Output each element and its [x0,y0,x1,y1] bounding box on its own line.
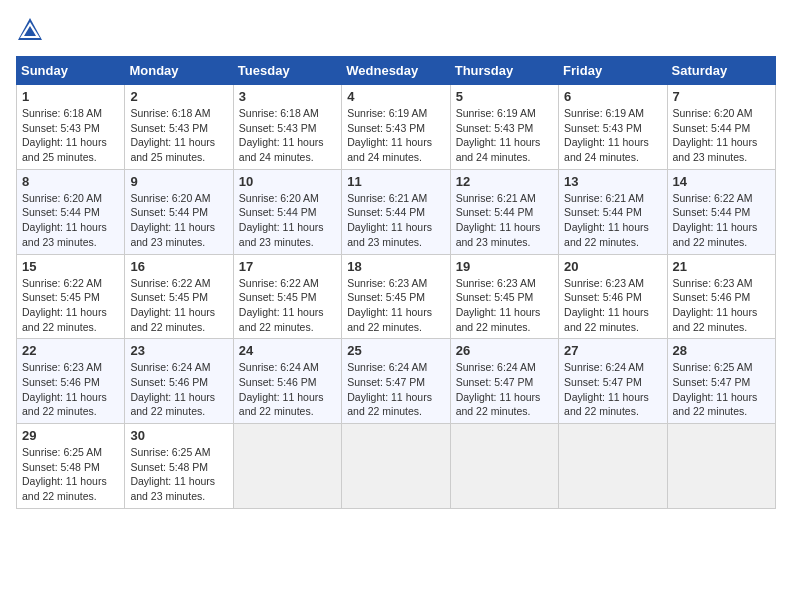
day-info: Sunrise: 6:25 AM Sunset: 5:48 PM Dayligh… [22,445,119,504]
day-info: Sunrise: 6:23 AM Sunset: 5:45 PM Dayligh… [456,276,553,335]
day-info: Sunrise: 6:23 AM Sunset: 5:45 PM Dayligh… [347,276,444,335]
day-info: Sunrise: 6:23 AM Sunset: 5:46 PM Dayligh… [673,276,770,335]
table-row: 22Sunrise: 6:23 AM Sunset: 5:46 PM Dayli… [17,339,125,424]
day-number: 2 [130,89,227,104]
day-number: 20 [564,259,661,274]
table-row [559,424,667,509]
day-number: 19 [456,259,553,274]
day-info: Sunrise: 6:20 AM Sunset: 5:44 PM Dayligh… [239,191,336,250]
day-number: 24 [239,343,336,358]
col-header-friday: Friday [559,57,667,85]
table-row: 20Sunrise: 6:23 AM Sunset: 5:46 PM Dayli… [559,254,667,339]
table-row: 4Sunrise: 6:19 AM Sunset: 5:43 PM Daylig… [342,85,450,170]
table-row: 17Sunrise: 6:22 AM Sunset: 5:45 PM Dayli… [233,254,341,339]
col-header-tuesday: Tuesday [233,57,341,85]
day-info: Sunrise: 6:19 AM Sunset: 5:43 PM Dayligh… [456,106,553,165]
table-row: 28Sunrise: 6:25 AM Sunset: 5:47 PM Dayli… [667,339,775,424]
day-number: 30 [130,428,227,443]
day-info: Sunrise: 6:24 AM Sunset: 5:47 PM Dayligh… [456,360,553,419]
table-row: 3Sunrise: 6:18 AM Sunset: 5:43 PM Daylig… [233,85,341,170]
col-header-sunday: Sunday [17,57,125,85]
day-number: 3 [239,89,336,104]
table-row [450,424,558,509]
table-row [667,424,775,509]
day-number: 13 [564,174,661,189]
day-info: Sunrise: 6:20 AM Sunset: 5:44 PM Dayligh… [130,191,227,250]
table-row: 21Sunrise: 6:23 AM Sunset: 5:46 PM Dayli… [667,254,775,339]
day-info: Sunrise: 6:21 AM Sunset: 5:44 PM Dayligh… [456,191,553,250]
day-number: 25 [347,343,444,358]
day-info: Sunrise: 6:19 AM Sunset: 5:43 PM Dayligh… [564,106,661,165]
col-header-wednesday: Wednesday [342,57,450,85]
day-number: 23 [130,343,227,358]
table-row: 23Sunrise: 6:24 AM Sunset: 5:46 PM Dayli… [125,339,233,424]
day-info: Sunrise: 6:23 AM Sunset: 5:46 PM Dayligh… [22,360,119,419]
day-info: Sunrise: 6:25 AM Sunset: 5:47 PM Dayligh… [673,360,770,419]
day-info: Sunrise: 6:24 AM Sunset: 5:47 PM Dayligh… [347,360,444,419]
table-row: 10Sunrise: 6:20 AM Sunset: 5:44 PM Dayli… [233,169,341,254]
table-row: 16Sunrise: 6:22 AM Sunset: 5:45 PM Dayli… [125,254,233,339]
table-row: 2Sunrise: 6:18 AM Sunset: 5:43 PM Daylig… [125,85,233,170]
day-info: Sunrise: 6:22 AM Sunset: 5:45 PM Dayligh… [239,276,336,335]
day-number: 29 [22,428,119,443]
day-number: 16 [130,259,227,274]
day-info: Sunrise: 6:18 AM Sunset: 5:43 PM Dayligh… [22,106,119,165]
day-number: 7 [673,89,770,104]
day-number: 17 [239,259,336,274]
day-number: 6 [564,89,661,104]
day-info: Sunrise: 6:18 AM Sunset: 5:43 PM Dayligh… [130,106,227,165]
day-info: Sunrise: 6:24 AM Sunset: 5:46 PM Dayligh… [239,360,336,419]
day-info: Sunrise: 6:18 AM Sunset: 5:43 PM Dayligh… [239,106,336,165]
table-row: 7Sunrise: 6:20 AM Sunset: 5:44 PM Daylig… [667,85,775,170]
table-row: 6Sunrise: 6:19 AM Sunset: 5:43 PM Daylig… [559,85,667,170]
col-header-monday: Monday [125,57,233,85]
table-row: 24Sunrise: 6:24 AM Sunset: 5:46 PM Dayli… [233,339,341,424]
table-row: 15Sunrise: 6:22 AM Sunset: 5:45 PM Dayli… [17,254,125,339]
table-row: 25Sunrise: 6:24 AM Sunset: 5:47 PM Dayli… [342,339,450,424]
table-row: 19Sunrise: 6:23 AM Sunset: 5:45 PM Dayli… [450,254,558,339]
day-info: Sunrise: 6:23 AM Sunset: 5:46 PM Dayligh… [564,276,661,335]
table-row: 5Sunrise: 6:19 AM Sunset: 5:43 PM Daylig… [450,85,558,170]
day-number: 21 [673,259,770,274]
col-header-saturday: Saturday [667,57,775,85]
day-number: 8 [22,174,119,189]
day-info: Sunrise: 6:19 AM Sunset: 5:43 PM Dayligh… [347,106,444,165]
day-number: 26 [456,343,553,358]
table-row: 9Sunrise: 6:20 AM Sunset: 5:44 PM Daylig… [125,169,233,254]
day-info: Sunrise: 6:22 AM Sunset: 5:45 PM Dayligh… [22,276,119,335]
table-row: 8Sunrise: 6:20 AM Sunset: 5:44 PM Daylig… [17,169,125,254]
table-row: 27Sunrise: 6:24 AM Sunset: 5:47 PM Dayli… [559,339,667,424]
table-row: 29Sunrise: 6:25 AM Sunset: 5:48 PM Dayli… [17,424,125,509]
day-number: 5 [456,89,553,104]
day-number: 11 [347,174,444,189]
table-row: 12Sunrise: 6:21 AM Sunset: 5:44 PM Dayli… [450,169,558,254]
day-number: 22 [22,343,119,358]
table-row: 18Sunrise: 6:23 AM Sunset: 5:45 PM Dayli… [342,254,450,339]
logo-icon [16,16,44,44]
table-row: 1Sunrise: 6:18 AM Sunset: 5:43 PM Daylig… [17,85,125,170]
table-row: 14Sunrise: 6:22 AM Sunset: 5:44 PM Dayli… [667,169,775,254]
page-header [16,16,776,44]
col-header-thursday: Thursday [450,57,558,85]
day-info: Sunrise: 6:24 AM Sunset: 5:46 PM Dayligh… [130,360,227,419]
day-info: Sunrise: 6:21 AM Sunset: 5:44 PM Dayligh… [347,191,444,250]
logo [16,16,48,44]
day-number: 15 [22,259,119,274]
day-number: 10 [239,174,336,189]
day-number: 4 [347,89,444,104]
table-row [342,424,450,509]
day-number: 12 [456,174,553,189]
table-row: 13Sunrise: 6:21 AM Sunset: 5:44 PM Dayli… [559,169,667,254]
day-info: Sunrise: 6:22 AM Sunset: 5:45 PM Dayligh… [130,276,227,335]
day-info: Sunrise: 6:22 AM Sunset: 5:44 PM Dayligh… [673,191,770,250]
day-number: 9 [130,174,227,189]
day-info: Sunrise: 6:20 AM Sunset: 5:44 PM Dayligh… [22,191,119,250]
table-row [233,424,341,509]
day-number: 14 [673,174,770,189]
day-info: Sunrise: 6:25 AM Sunset: 5:48 PM Dayligh… [130,445,227,504]
calendar-table: SundayMondayTuesdayWednesdayThursdayFrid… [16,56,776,509]
day-info: Sunrise: 6:24 AM Sunset: 5:47 PM Dayligh… [564,360,661,419]
day-number: 1 [22,89,119,104]
table-row: 26Sunrise: 6:24 AM Sunset: 5:47 PM Dayli… [450,339,558,424]
day-number: 28 [673,343,770,358]
